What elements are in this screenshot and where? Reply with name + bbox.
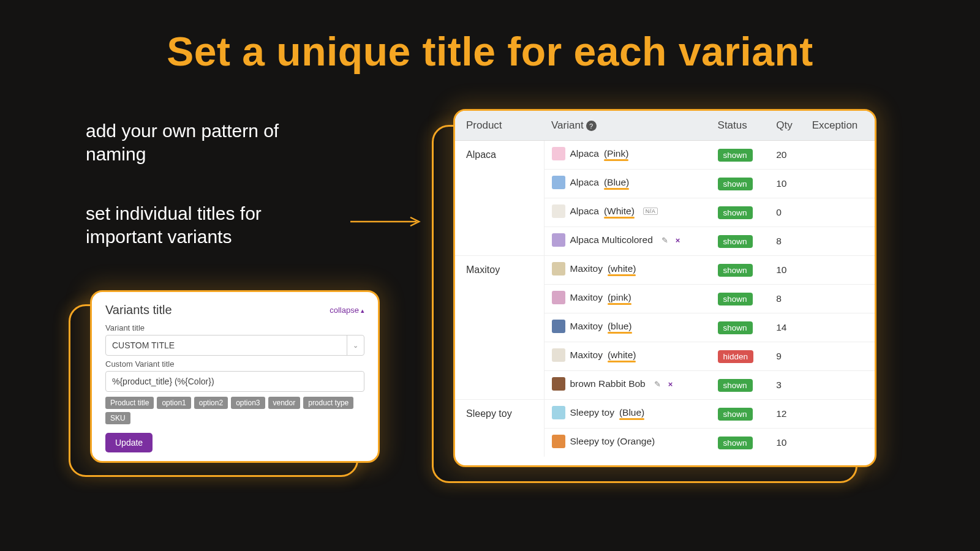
exception-cell xyxy=(805,429,875,457)
exception-cell xyxy=(805,400,875,429)
token-tag[interactable]: option2 xyxy=(194,397,228,409)
variant-cell: Maxitoy (pink) xyxy=(544,285,710,313)
token-tags: Product titleoption1option2option3vendor… xyxy=(105,397,364,424)
product-cell: Alpaca xyxy=(455,141,544,256)
qty-cell: 8 xyxy=(769,227,804,256)
variant-suffix: (blue) xyxy=(608,321,632,332)
variant-cell: Maxitoy (white) xyxy=(544,342,710,371)
status-cell: shown xyxy=(710,198,769,227)
status-badge: shown xyxy=(718,178,753,190)
token-tag[interactable]: option1 xyxy=(157,397,190,409)
variant-cell: Alpaca (White)N/A xyxy=(544,198,710,227)
custom-title-input[interactable]: %{product_title} (%{Color}) xyxy=(105,371,364,392)
product-cell: Maxitoy xyxy=(455,256,544,400)
arrow-icon xyxy=(350,216,424,228)
variant-suffix: (Blue) xyxy=(619,407,644,418)
chevron-down-icon: ⌄ xyxy=(347,335,364,355)
token-tag[interactable]: product type xyxy=(303,397,353,409)
na-badge: N/A xyxy=(643,208,658,215)
table-row: Sleepy toySleepy toy (Blue)shown12 xyxy=(455,400,875,429)
variant-thumb-icon xyxy=(552,176,565,189)
status-cell: shown xyxy=(710,313,769,342)
variant-name-text: Maxitoy xyxy=(570,263,603,274)
status-badge: shown xyxy=(718,293,753,305)
token-tag[interactable]: Product title xyxy=(105,397,154,409)
variant-name-text: Alpaca xyxy=(570,177,599,188)
variant-thumb-icon xyxy=(552,262,565,276)
token-tag[interactable]: option3 xyxy=(231,397,265,409)
caption-individual: set individual titles for important vari… xyxy=(86,202,343,248)
variant-name-text: Maxitoy xyxy=(570,350,603,361)
delete-icon[interactable]: × xyxy=(668,380,673,389)
variant-name-text: brown Rabbit Bob xyxy=(570,378,646,389)
variant-name-text: Sleepy toy (Orange) xyxy=(570,436,655,447)
exception-cell xyxy=(805,313,875,342)
variant-suffix: (Pink) xyxy=(604,148,628,159)
table-row: MaxitoyMaxitoy (white)shown10 xyxy=(455,256,875,285)
variant-name-text: Alpaca xyxy=(570,148,599,159)
variant-name-text: Alpaca Multicolored xyxy=(570,234,653,246)
variant-suffix: (Blue) xyxy=(604,177,629,188)
caption-pattern: add your own pattern of naming xyxy=(86,119,343,165)
qty-cell: 3 xyxy=(769,371,804,400)
token-tag[interactable]: vendor xyxy=(268,397,301,409)
exception-cell xyxy=(805,227,875,256)
variants-table: Product Variant? Status Qty Exception Al… xyxy=(455,111,875,457)
variant-cell: Alpaca (Blue) xyxy=(544,170,710,198)
token-tag[interactable]: SKU xyxy=(105,412,130,424)
status-cell: hidden xyxy=(710,342,769,371)
status-cell: shown xyxy=(710,371,769,400)
status-badge: shown xyxy=(718,437,753,449)
status-cell: shown xyxy=(710,400,769,429)
status-badge: shown xyxy=(718,408,753,421)
status-badge: shown xyxy=(718,149,753,162)
variant-suffix: (white) xyxy=(608,263,636,274)
col-status: Status xyxy=(710,111,769,141)
col-exception: Exception xyxy=(805,111,875,141)
input-value: %{product_title} (%{Color}) xyxy=(112,377,214,386)
status-cell: shown xyxy=(710,227,769,256)
variant-name-text: Alpaca xyxy=(570,206,599,217)
edit-icon[interactable]: ✎ xyxy=(654,380,661,389)
variant-thumb-icon xyxy=(552,320,565,333)
variant-thumb-icon xyxy=(552,233,565,247)
exception-cell xyxy=(805,198,875,227)
variant-title-label: Variant title xyxy=(105,323,364,332)
variant-suffix: (white) xyxy=(608,350,636,361)
variant-suffix: (pink) xyxy=(608,292,631,303)
variants-table-panel: Product Variant? Status Qty Exception Al… xyxy=(453,109,876,467)
exception-cell xyxy=(805,285,875,313)
edit-icon[interactable]: ✎ xyxy=(662,236,668,245)
status-badge: shown xyxy=(718,379,753,392)
variant-title-select[interactable]: CUSTOM TITLE ⌄ xyxy=(105,335,364,356)
qty-cell: 8 xyxy=(769,285,804,313)
variant-thumb-icon xyxy=(552,147,565,160)
variant-cell: Maxitoy (white) xyxy=(544,256,710,285)
status-badge: shown xyxy=(718,264,753,277)
variant-name-text: Maxitoy xyxy=(570,321,603,332)
status-cell: shown xyxy=(710,429,769,457)
qty-cell: 10 xyxy=(769,170,804,198)
variant-cell: Alpaca Multicolored ✎× xyxy=(544,227,710,256)
status-badge: shown xyxy=(718,206,753,219)
table-row: AlpacaAlpaca (Pink)shown20 xyxy=(455,141,875,170)
variant-cell: Sleepy toy (Blue) xyxy=(544,400,710,429)
variant-name-text: Maxitoy xyxy=(570,292,603,303)
qty-cell: 9 xyxy=(769,342,804,371)
exception-cell xyxy=(805,141,875,170)
col-variant: Variant? xyxy=(544,111,710,141)
help-icon[interactable]: ? xyxy=(586,121,597,131)
variants-title-panel: Variants title collapse Variant title CU… xyxy=(90,290,380,463)
variant-cell: Maxitoy (blue) xyxy=(544,313,710,342)
delete-icon[interactable]: × xyxy=(676,236,680,245)
col-qty: Qty xyxy=(769,111,804,141)
update-button[interactable]: Update xyxy=(105,433,153,452)
variant-thumb-icon xyxy=(552,377,565,391)
collapse-toggle[interactable]: collapse xyxy=(330,305,364,315)
status-badge: hidden xyxy=(718,350,754,363)
status-badge: shown xyxy=(718,235,753,248)
variant-thumb-icon xyxy=(552,291,565,304)
qty-cell: 20 xyxy=(769,141,804,170)
status-cell: shown xyxy=(710,170,769,198)
exception-cell xyxy=(805,256,875,285)
